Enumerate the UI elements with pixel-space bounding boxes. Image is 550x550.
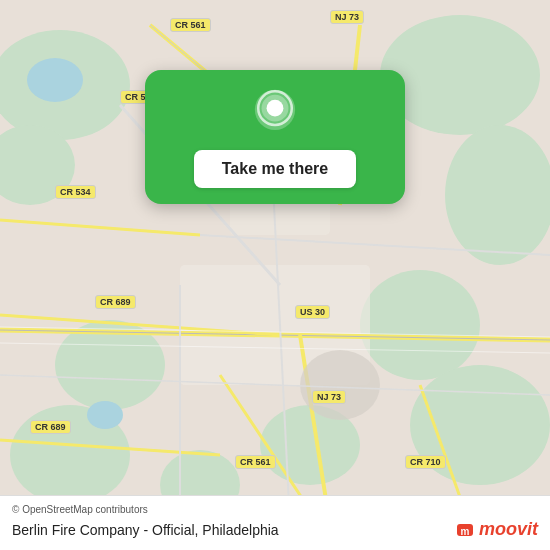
- road-label-cr710: CR 710: [405, 455, 446, 469]
- moovit-icon: m: [455, 520, 475, 540]
- svg-point-12: [87, 401, 123, 429]
- road-label-cr561-top: CR 561: [170, 18, 211, 32]
- road-label-cr689-mid: CR 689: [95, 295, 136, 309]
- map-marker-overlay[interactable]: Take me there: [145, 70, 405, 204]
- svg-text:m: m: [461, 526, 470, 537]
- road-label-cr689-bot: CR 689: [30, 420, 71, 434]
- svg-point-27: [300, 350, 380, 420]
- map-container: CR 561 NJ 73 CR 561 CR 534 CR 689 US 30 …: [0, 0, 550, 550]
- road-label-nj73-bot: NJ 73: [312, 390, 346, 404]
- svg-point-6: [445, 125, 550, 265]
- location-pin-icon: [249, 88, 301, 140]
- take-me-there-button[interactable]: Take me there: [194, 150, 356, 188]
- map-attribution: © OpenStreetMap contributors: [12, 504, 538, 515]
- bottom-bar: © OpenStreetMap contributors Berlin Fire…: [0, 495, 550, 550]
- place-name: Berlin Fire Company - Official, Philadel…: [12, 522, 279, 538]
- road-label-cr561-bot: CR 561: [235, 455, 276, 469]
- svg-point-37: [270, 103, 280, 113]
- svg-point-7: [360, 270, 480, 380]
- road-label-us30: US 30: [295, 305, 330, 319]
- moovit-logo: m moovit: [455, 519, 538, 540]
- road-label-cr534: CR 534: [55, 185, 96, 199]
- road-label-nj73-top: NJ 73: [330, 10, 364, 24]
- svg-point-11: [27, 58, 83, 102]
- moovit-text: moovit: [479, 519, 538, 540]
